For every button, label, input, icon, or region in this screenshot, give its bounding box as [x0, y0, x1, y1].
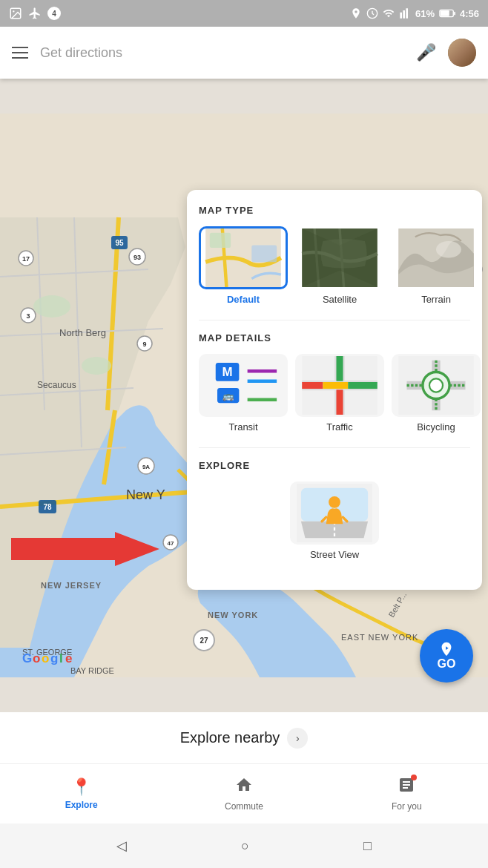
- svg-point-34: [33, 295, 70, 318]
- nav-item-foryou[interactable]: For you: [326, 776, 488, 812]
- svg-text:NEW YORK: NEW YORK: [208, 611, 258, 619]
- map-detail-transit[interactable]: M 🚌 Transit: [199, 354, 288, 433]
- status-bar: 4 61% 4:56: [0, 0, 488, 27]
- map-detail-traffic-label: Traffic: [326, 421, 352, 433]
- svg-rect-4: [441, 10, 449, 16]
- map-detail-traffic[interactable]: Traffic: [295, 354, 384, 433]
- svg-point-72: [429, 378, 443, 392]
- explore-streetview[interactable]: Street View: [199, 481, 470, 560]
- battery-icon: [439, 9, 455, 18]
- svg-text:9: 9: [142, 341, 146, 348]
- explore-grid: Street View: [199, 481, 470, 560]
- map-thumb-terrain: [392, 226, 481, 289]
- foryou-nav-label: For you: [392, 801, 422, 812]
- map-detail-bicycling-label: Bicycling: [417, 421, 455, 433]
- explore-nav-icon: 📍: [71, 777, 91, 797]
- svg-point-1: [13, 10, 14, 12]
- svg-text:3: 3: [26, 312, 30, 320]
- location-pin-icon: [350, 7, 362, 19]
- nav-item-commute[interactable]: Commute: [162, 776, 325, 812]
- svg-text:9A: 9A: [142, 464, 150, 470]
- svg-point-35: [82, 357, 111, 375]
- svg-text:BAY RIDGE: BAY RIDGE: [70, 666, 114, 675]
- wifi-icon: [383, 7, 395, 19]
- svg-text:North Berg: North Berg: [59, 327, 106, 338]
- svg-text:17: 17: [22, 255, 30, 263]
- notification-badge: 4: [47, 7, 61, 20]
- svg-text:27: 27: [200, 637, 208, 645]
- svg-text:78: 78: [43, 503, 52, 511]
- map-type-terrain-label: Terrain: [421, 294, 451, 305]
- section-divider-1: [199, 320, 470, 320]
- signal-bars-icon: [399, 7, 411, 19]
- svg-rect-55: [210, 233, 231, 248]
- svg-text:g: g: [50, 651, 58, 665]
- clock: 4:56: [460, 8, 479, 19]
- svg-text:l: l: [59, 651, 63, 665]
- svg-rect-56: [251, 246, 277, 263]
- svg-rect-5: [454, 12, 455, 16]
- commute-nav-label: Commute: [225, 801, 263, 812]
- foryou-nav-icon: [398, 776, 415, 798]
- explore-nearby-text: Explore nearby: [180, 729, 280, 746]
- recent-button[interactable]: □: [363, 838, 372, 854]
- hamburger-menu[interactable]: [12, 47, 28, 59]
- explore-title: EXPLORE: [199, 460, 470, 471]
- status-left: 4: [9, 7, 61, 20]
- map-type-default[interactable]: Default: [199, 226, 288, 305]
- svg-text:M: M: [222, 365, 233, 379]
- map-type-terrain[interactable]: Terrain: [392, 226, 481, 305]
- map-type-title: MAP TYPE: [199, 205, 470, 216]
- svg-text:Secaucus: Secaucus: [37, 380, 76, 390]
- mic-icon[interactable]: 🎤: [416, 43, 436, 62]
- back-button[interactable]: ◁: [116, 838, 127, 854]
- map-area[interactable]: 95 9 3 17 93 78 9A 47 7: [0, 79, 488, 712]
- avatar[interactable]: [448, 39, 476, 67]
- status-right: 61% 4:56: [350, 7, 479, 19]
- go-label: GO: [438, 657, 456, 671]
- map-thumb-satellite: [295, 226, 384, 289]
- map-thumb-traffic: [295, 354, 384, 417]
- map-type-satellite[interactable]: Satellite: [295, 226, 384, 305]
- map-thumb-streetview: [290, 481, 379, 545]
- map-thumb-bicycling: [392, 354, 481, 417]
- svg-text:93: 93: [133, 254, 141, 261]
- chevron-right-icon[interactable]: ›: [287, 728, 308, 749]
- svg-text:o: o: [33, 651, 40, 665]
- map-detail-transit-label: Transit: [228, 421, 257, 433]
- map-thumb-default: [199, 226, 288, 289]
- battery-level: 61%: [415, 8, 435, 19]
- svg-point-76: [329, 496, 340, 508]
- commute-nav-icon: [235, 776, 253, 798]
- gallery-icon: [9, 7, 22, 20]
- map-detail-bicycling[interactable]: Bicycling: [392, 354, 481, 433]
- chevron-symbol: ›: [296, 732, 300, 744]
- airplane-icon: [28, 7, 42, 20]
- system-nav: ◁ ○ □: [0, 823, 488, 868]
- map-panel: MAP TYPE Default: [187, 190, 482, 590]
- go-arrow-icon: [438, 641, 455, 657]
- svg-text:EAST NEW YORK: EAST NEW YORK: [341, 633, 418, 642]
- bottom-section: Explore nearby › 📍 Explore Commute For y…: [0, 712, 488, 868]
- map-details-title: MAP DETAILS: [199, 332, 470, 343]
- home-button[interactable]: ○: [241, 838, 249, 854]
- explore-streetview-label: Street View: [310, 549, 359, 560]
- svg-text:o: o: [42, 651, 49, 665]
- section-divider-2: [199, 447, 470, 448]
- map-thumb-transit: M 🚌: [199, 354, 288, 417]
- svg-text:47: 47: [168, 540, 174, 547]
- map-type-satellite-label: Satellite: [323, 294, 357, 305]
- search-bar: Get directions 🎤: [0, 27, 488, 79]
- search-placeholder[interactable]: Get directions: [40, 45, 404, 61]
- explore-nearby-bar[interactable]: Explore nearby ›: [0, 712, 488, 764]
- svg-text:New Y: New Y: [126, 487, 165, 502]
- svg-text:🚌: 🚌: [222, 390, 234, 402]
- nav-item-explore[interactable]: 📍 Explore: [0, 777, 162, 810]
- red-arrow: [11, 530, 159, 568]
- svg-text:95: 95: [115, 239, 124, 247]
- bottom-nav: 📍 Explore Commute For you: [0, 764, 488, 823]
- svg-text:NEW JERSEY: NEW JERSEY: [41, 581, 102, 590]
- map-type-default-label: Default: [227, 294, 260, 305]
- go-button[interactable]: GO: [420, 629, 473, 683]
- explore-nav-label: Explore: [65, 800, 98, 810]
